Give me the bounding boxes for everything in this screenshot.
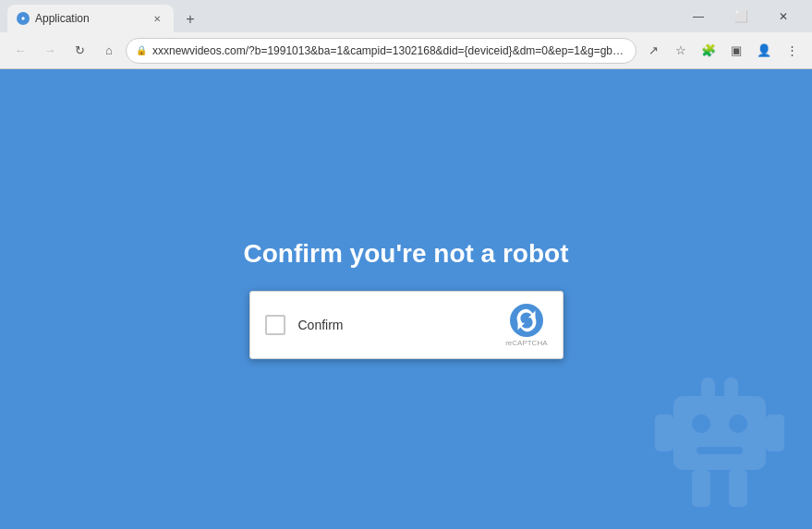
puzzle-icon: 🧩 bbox=[701, 43, 716, 57]
recaptcha-icon bbox=[510, 304, 543, 337]
menu-button[interactable]: ⋮ bbox=[779, 38, 805, 64]
home-button[interactable]: ⌂ bbox=[96, 38, 122, 64]
share-icon: ↗ bbox=[648, 43, 659, 57]
background-decoration bbox=[627, 359, 812, 529]
tab-strip: Application ✕ + bbox=[7, 0, 677, 32]
title-bar: Application ✕ + — ⬜ ✕ bbox=[0, 0, 812, 32]
svg-point-7 bbox=[692, 415, 710, 433]
svg-rect-10 bbox=[701, 378, 715, 401]
profile-button[interactable]: 👤 bbox=[751, 38, 777, 64]
svg-rect-2 bbox=[673, 396, 766, 470]
forward-button[interactable]: → bbox=[37, 38, 63, 64]
active-tab[interactable]: Application ✕ bbox=[7, 5, 174, 32]
svg-point-1 bbox=[510, 304, 543, 337]
tab-close-button[interactable]: ✕ bbox=[150, 11, 164, 26]
menu-icon: ⋮ bbox=[786, 43, 798, 57]
browser-toolbar: ← → ↻ ⌂ 🔒 xxxnewvideos.com/?b=1991013&ba… bbox=[0, 32, 812, 69]
bookmark-button[interactable]: ☆ bbox=[668, 38, 694, 64]
recaptcha-logo: reCAPTCHA bbox=[505, 304, 547, 347]
svg-rect-11 bbox=[724, 378, 738, 401]
svg-rect-5 bbox=[692, 470, 710, 507]
captcha-checkbox[interactable] bbox=[265, 315, 285, 335]
tab-area: Application ✕ + bbox=[7, 0, 203, 32]
address-bar[interactable]: 🔒 xxxnewvideos.com/?b=1991013&ba=1&campi… bbox=[126, 38, 636, 64]
svg-point-8 bbox=[729, 415, 747, 433]
close-button[interactable]: ✕ bbox=[762, 0, 805, 32]
bookmark-icon: ☆ bbox=[675, 43, 686, 57]
svg-rect-6 bbox=[729, 470, 747, 507]
tab-title: Application bbox=[35, 12, 144, 25]
svg-rect-3 bbox=[655, 415, 673, 451]
restore-button[interactable]: ⬜ bbox=[720, 0, 762, 32]
browser-window: Application ✕ + — ⬜ ✕ ← → ↻ bbox=[0, 0, 812, 529]
reload-icon: ↻ bbox=[75, 43, 85, 57]
svg-rect-9 bbox=[697, 447, 743, 454]
page-content: Confirm you're not a robot Confirm reCAP… bbox=[0, 69, 812, 529]
new-tab-button[interactable]: + bbox=[177, 6, 203, 32]
forward-icon: → bbox=[44, 43, 56, 57]
toolbar-actions: ↗ ☆ 🧩 ▣ 👤 ⋮ bbox=[640, 38, 805, 64]
tab-favicon bbox=[17, 12, 30, 25]
recaptcha-label: reCAPTCHA bbox=[505, 339, 547, 347]
minimize-icon: — bbox=[693, 10, 704, 23]
back-button[interactable]: ← bbox=[7, 38, 33, 64]
recaptcha-widget: Confirm reCAPTCHA bbox=[249, 291, 564, 359]
profile-icon: 👤 bbox=[757, 43, 771, 57]
reload-button[interactable]: ↻ bbox=[67, 38, 92, 64]
extensions-button[interactable]: 🧩 bbox=[696, 38, 721, 64]
window-controls: — ⬜ ✕ bbox=[677, 0, 805, 32]
home-icon: ⌂ bbox=[105, 43, 113, 57]
sidebar-icon: ▣ bbox=[731, 43, 742, 57]
page-heading: Confirm you're not a robot bbox=[244, 239, 569, 269]
close-icon: ✕ bbox=[779, 10, 788, 23]
svg-rect-4 bbox=[766, 415, 784, 451]
share-button[interactable]: ↗ bbox=[640, 38, 666, 64]
captcha-label: Confirm bbox=[285, 318, 497, 332]
url-text: xxxnewvideos.com/?b=1991013&ba=1&campid=… bbox=[152, 44, 626, 57]
security-icon: 🔒 bbox=[136, 45, 147, 55]
sidebar-button[interactable]: ▣ bbox=[723, 38, 749, 64]
restore-icon: ⬜ bbox=[734, 10, 748, 23]
minimize-button[interactable]: — bbox=[677, 0, 720, 32]
back-icon: ← bbox=[15, 43, 27, 57]
